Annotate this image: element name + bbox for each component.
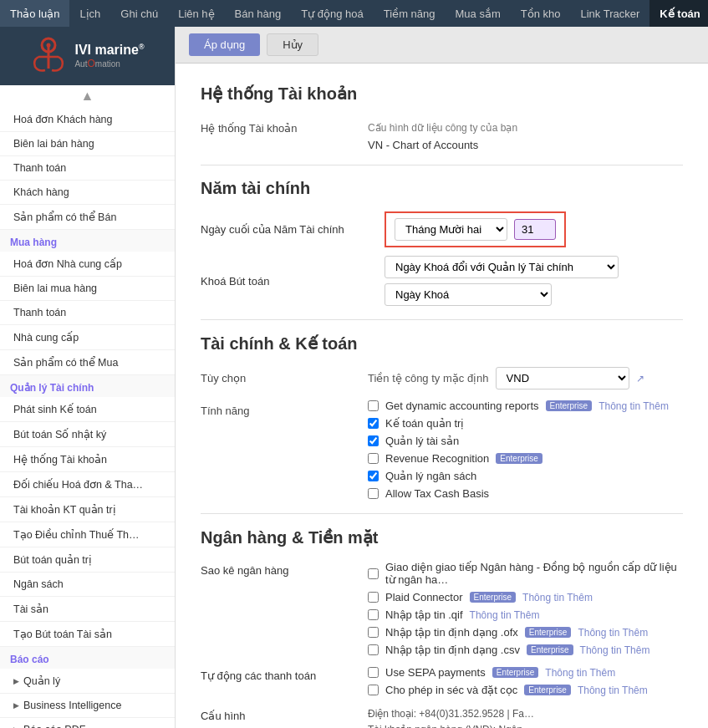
feature-ke-toan-checkbox[interactable] bbox=[368, 418, 379, 429]
sidebar-item-he-thong-tai-khoan[interactable]: Hệ thống Tài khoản bbox=[0, 447, 175, 472]
bank-csv-label: Nhập tập tin định dạng .csv bbox=[385, 644, 520, 656]
bank-statement-label: Sao kê ngân hàng bbox=[201, 561, 368, 577]
external-link-icon[interactable]: ↗ bbox=[636, 373, 644, 384]
badge-enterprise-csv: Enterprise bbox=[527, 644, 573, 655]
main-layout: IVI marine® AutOmation ▲ Hoá đơn Khách h… bbox=[0, 27, 708, 728]
nav-thao-luan[interactable]: Thảo luận bbox=[0, 0, 69, 27]
features-row: Tính năng Get dynamic accounting reports… bbox=[201, 400, 683, 500]
sidebar-item-bien-lai-mua-hang[interactable]: Biên lai mua hàng bbox=[0, 277, 175, 301]
feature-allow-tax-cash: Allow Tax Cash Basis bbox=[368, 487, 669, 500]
feature-revenue-checkbox[interactable] bbox=[368, 453, 379, 464]
feature-ngan-sach-checkbox[interactable] bbox=[368, 471, 379, 481]
sidebar-item-bien-lai-ban-hang[interactable]: Biên lai bán hàng bbox=[0, 132, 175, 156]
sidebar-item-thanh-toan-bh[interactable]: Thanh toán bbox=[0, 156, 175, 181]
apply-button[interactable]: Áp dụng bbox=[189, 33, 260, 56]
learn-more-dynamic[interactable]: Thông tin Thêm bbox=[598, 400, 669, 412]
feature-ke-toan-label: Kế toán quản trị bbox=[385, 417, 464, 430]
nav-mua-sam[interactable]: Mua sắm bbox=[446, 0, 511, 27]
feature-tai-san-checkbox[interactable] bbox=[368, 435, 379, 446]
learn-more-sec[interactable]: Thông tin Thêm bbox=[578, 685, 648, 696]
logo-sub: AutOmation bbox=[74, 58, 144, 69]
bank-ofx-checkbox[interactable] bbox=[368, 627, 379, 638]
badge-enterprise-revenue: Enterprise bbox=[496, 453, 542, 464]
bank-sepa-checkbox[interactable] bbox=[368, 667, 379, 678]
nav-lich[interactable]: Lịch bbox=[69, 0, 110, 27]
action-bar: Áp dụng Hủy bbox=[176, 27, 708, 64]
settings-content: Hệ thống Tài khoản Hệ thống Tài khoản Cấ… bbox=[176, 64, 708, 728]
bank-sec-label: Cho phép in séc và đặt cọc bbox=[385, 684, 517, 696]
page-title: Hệ thống Tài khoản bbox=[201, 84, 683, 104]
sidebar-item-hoa-don-khach-hang[interactable]: Hoá đơn Khách hàng bbox=[0, 107, 175, 132]
sidebar-item-but-toan-quan-tri[interactable]: Bút toán quản trị bbox=[0, 547, 175, 573]
sidebar-item-thanh-toan-mh[interactable]: Thanh toán bbox=[0, 301, 175, 325]
bank-qif-label: Nhập tập tin .qif bbox=[385, 608, 463, 621]
sidebar-item-ngan-sach[interactable]: Ngân sách bbox=[0, 573, 175, 597]
sidebar-item-business-intelligence[interactable]: Business Intelligence bbox=[0, 694, 175, 718]
currency-select[interactable]: VND USD EUR bbox=[496, 367, 629, 389]
auto-payment-row: Tự động các thanh toán Use SEPA payments… bbox=[201, 666, 683, 696]
nav-ton-kho[interactable]: Tồn kho bbox=[511, 0, 571, 27]
learn-more-plaid[interactable]: Thông tin Thêm bbox=[522, 592, 593, 603]
badge-enterprise-plaid: Enterprise bbox=[470, 592, 517, 603]
bank-qif-checkbox[interactable] bbox=[368, 609, 379, 620]
badge-enterprise-dynamic: Enterprise bbox=[546, 400, 593, 411]
lock-option1-select[interactable]: Ngày Khoá đổi với Quản lý Tài chính bbox=[385, 256, 619, 278]
sidebar-item-bao-cao-pdf[interactable]: Báo cáo PDF bbox=[0, 718, 175, 728]
bank-csv-checkbox[interactable] bbox=[368, 644, 379, 655]
sidebar-item-tao-dieu-chinh-thue[interactable]: Tạo Điều chỉnh Thuế Th… bbox=[0, 522, 175, 547]
logo-name: IVI marine® bbox=[74, 43, 144, 58]
auto-payment-list: Use SEPA payments Enterprise Thông tin T… bbox=[368, 666, 648, 696]
system-label: Hệ thống Tài khoản bbox=[201, 117, 368, 135]
learn-more-sepa[interactable]: Thông tin Thêm bbox=[545, 667, 615, 679]
sidebar-item-tai-khoan-kt-quan-tri[interactable]: Tài khoản KT quản trị bbox=[0, 497, 175, 522]
bank-item-csv: Nhập tập tin định dạng .csv Enterprise T… bbox=[368, 644, 683, 656]
sidebar-item-san-pham-mua[interactable]: Sản phẩm có thể Mua bbox=[0, 350, 175, 375]
sidebar-item-quan-ly[interactable]: Quản lý bbox=[0, 669, 175, 694]
lock-label: Khoá Bút toán bbox=[201, 275, 385, 288]
bank-item-giao-dien: Giao diện giao tiếp Ngân hàng - Đồng bộ … bbox=[368, 561, 683, 586]
nav-ke-toan[interactable]: Kế toán bbox=[649, 0, 708, 27]
nav-tiem-nang[interactable]: Tiềm năng bbox=[374, 0, 446, 27]
lock-option2-select[interactable]: Ngày Khoá bbox=[385, 283, 552, 306]
month-select[interactable]: Tháng Mười hai Tháng Một Tháng Hai Tháng… bbox=[395, 218, 507, 241]
nav-ban-hang[interactable]: Bán hàng bbox=[225, 0, 292, 27]
bank-giao-dien-checkbox[interactable] bbox=[368, 568, 379, 579]
option-label: Tùy chọn bbox=[201, 367, 368, 384]
fiscal-end-row: Ngày cuối của Năm Tài chính Tháng Mười h… bbox=[201, 211, 683, 247]
sidebar-item-nha-cung-cap[interactable]: Nhà cung cấp bbox=[0, 325, 175, 350]
feature-dynamic-accounting-checkbox[interactable] bbox=[368, 400, 379, 411]
config-content: Điện thoại: +84(0)31.352.9528 | Fa… Tài … bbox=[368, 706, 708, 728]
system-desc1: Cấu hình dữ liệu công ty của bạn bbox=[368, 117, 517, 134]
sidebar-item-doi-chieu-hoa-don[interactable]: Đối chiếu Hoá đơn & Tha… bbox=[0, 472, 175, 497]
day-input[interactable] bbox=[514, 219, 556, 240]
sidebar-section-quan-ly-tai-chinh: Quản lý Tài chính bbox=[0, 375, 175, 397]
learn-more-csv[interactable]: Thông tin Thêm bbox=[580, 644, 650, 656]
cancel-button[interactable]: Hủy bbox=[267, 33, 318, 56]
sidebar-item-but-toan-so-nhat-ky[interactable]: Bút toán Số nhật ký bbox=[0, 422, 175, 447]
bank-sepa-label: Use SEPA payments bbox=[385, 666, 486, 679]
sidebar-item-tao-but-toan-tai-san[interactable]: Tạo Bút toán Tài sản bbox=[0, 622, 175, 647]
nav-ghi-chu[interactable]: Ghi chú bbox=[110, 0, 168, 27]
fiscal-end-controls: Tháng Mười hai Tháng Một Tháng Hai Tháng… bbox=[385, 211, 566, 247]
badge-enterprise-sepa: Enterprise bbox=[492, 667, 539, 678]
sidebar-item-hoa-don-nha-cung-cap[interactable]: Hoá đơn Nhà cung cấp bbox=[0, 252, 175, 277]
bank-giao-dien-label: Giao diện giao tiếp Ngân hàng - Đồng bộ … bbox=[385, 561, 683, 586]
learn-more-qif[interactable]: Thông tin Thêm bbox=[470, 609, 540, 621]
sidebar-item-san-pham-ban[interactable]: Sản phẩm có thể Bán bbox=[0, 205, 175, 230]
bank-plaid-checkbox[interactable] bbox=[368, 592, 379, 603]
nav-lien-he[interactable]: Liên hệ bbox=[168, 0, 224, 27]
sidebar-logo: IVI marine® AutOmation bbox=[0, 27, 175, 85]
nav-link-tracker[interactable]: Link Tracker bbox=[571, 0, 650, 27]
sidebar-item-phat-sinh-ke-toan[interactable]: Phát sinh Kế toán bbox=[0, 397, 175, 422]
nav-tu-dong-hoa[interactable]: Tự động hoá bbox=[291, 0, 374, 27]
currency-label: Tiền tệ công ty mặc định bbox=[368, 372, 489, 384]
sidebar-item-tai-san[interactable]: Tài sản bbox=[0, 597, 175, 622]
bank-sec-checkbox[interactable] bbox=[368, 685, 379, 695]
config-label: Cấu hình bbox=[201, 706, 368, 722]
sidebar-item-khach-hang[interactable]: Khách hàng bbox=[0, 181, 175, 205]
config-info1: Điện thoại: +84(0)31.352.9528 | Fa… bbox=[368, 706, 708, 722]
feature-tax-cash-checkbox[interactable] bbox=[368, 488, 379, 499]
learn-more-ofx[interactable]: Thông tin Thêm bbox=[578, 627, 648, 639]
config-row: Cấu hình Điện thoại: +84(0)31.352.9528 |… bbox=[201, 706, 683, 728]
sidebar-section-bao-cao: Báo cáo bbox=[0, 647, 175, 669]
